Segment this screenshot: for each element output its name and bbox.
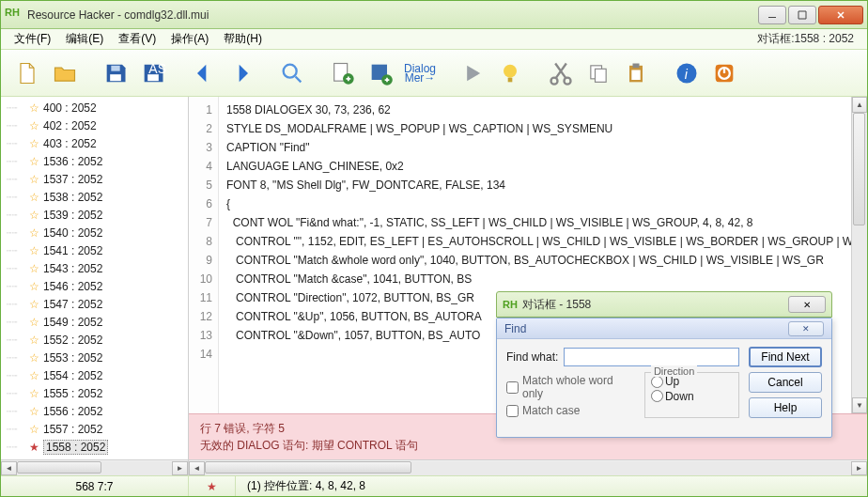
tree-item[interactable]: ┈┈☆1539 : 2052	[1, 206, 188, 224]
find-next-button[interactable]: Find Next	[749, 347, 822, 367]
svg-point-11	[551, 77, 558, 84]
tree-item[interactable]: ┈┈★1558 : 2052	[1, 438, 188, 456]
tree-item[interactable]: ┈┈☆1543 : 2052	[1, 259, 188, 277]
star-icon: ☆	[29, 387, 39, 400]
power-icon[interactable]	[707, 56, 741, 90]
match-whole-word-checkbox[interactable]: Match whole word only	[506, 374, 631, 400]
tree-item-label: 402 : 2052	[43, 119, 97, 132]
svg-rect-16	[633, 63, 640, 68]
tree-item-label: 1543 : 2052	[43, 262, 102, 275]
star-icon: ☆	[29, 405, 39, 418]
tree-item[interactable]: ┈┈☆1537 : 2052	[1, 170, 188, 188]
star-icon: ☆	[29, 137, 39, 150]
save-icon[interactable]	[99, 56, 132, 90]
menu-view[interactable]: 查看(V)	[111, 29, 163, 49]
tree-item[interactable]: ┈┈☆1556 : 2052	[1, 402, 188, 420]
cut-icon[interactable]	[544, 56, 578, 90]
add-binary-icon[interactable]	[364, 56, 397, 90]
find-what-input[interactable]	[564, 348, 739, 366]
tree-item-label: 403 : 2052	[43, 137, 97, 150]
add-script-icon[interactable]	[326, 56, 360, 90]
tree-item[interactable]: ┈┈☆1559 : 2052	[1, 456, 188, 459]
star-icon: ☆	[29, 226, 39, 240]
tree-item[interactable]: ┈┈☆1541 : 2052	[1, 241, 188, 259]
star-icon: ☆	[29, 316, 39, 329]
tree-item-label: 1553 : 2052	[43, 351, 102, 365]
tree-item[interactable]: ┈┈☆1540 : 2052	[1, 224, 188, 241]
star-icon: ☆	[29, 458, 39, 460]
paste-icon[interactable]	[619, 56, 653, 90]
info-icon[interactable]: i	[670, 56, 704, 90]
tree-item-label: 1556 : 2052	[43, 405, 102, 418]
tree-item[interactable]: ┈┈☆1557 : 2052	[1, 420, 188, 438]
direction-up-radio[interactable]: Up	[651, 375, 679, 388]
menu-action[interactable]: 操作(A)	[163, 29, 216, 49]
resource-tree[interactable]: ┈┈☆400 : 2052┈┈☆402 : 2052┈┈☆403 : 2052┈…	[1, 97, 188, 459]
find-close-icon[interactable]: ✕	[788, 321, 824, 336]
tree-item[interactable]: ┈┈☆402 : 2052	[1, 116, 188, 134]
status-cursor: 568 7:7	[1, 476, 189, 496]
tree-item-label: 1549 : 2052	[43, 316, 102, 329]
tree-item[interactable]: ┈┈☆1547 : 2052	[1, 295, 188, 313]
close-button[interactable]	[818, 6, 863, 24]
toolbar: AS DialogMer→ i	[1, 50, 867, 97]
forward-icon[interactable]	[225, 56, 258, 90]
dialog-menu-button[interactable]: DialogMer→	[401, 56, 439, 90]
search-icon[interactable]	[275, 56, 309, 90]
tree-item[interactable]: ┈┈☆1546 : 2052	[1, 277, 188, 295]
tree-item-label: 1552 : 2052	[43, 334, 102, 347]
resource-tree-pane: ┈┈☆400 : 2052┈┈☆402 : 2052┈┈☆403 : 2052┈…	[1, 97, 189, 475]
dialog-preview-titlebar[interactable]: RH 对话框 - 1558 ✕	[496, 291, 832, 318]
star-icon: ☆	[29, 262, 39, 275]
svg-rect-14	[596, 69, 607, 82]
star-icon: ☆	[29, 423, 39, 436]
tree-item-label: 1539 : 2052	[43, 209, 102, 222]
back-icon[interactable]	[187, 56, 221, 90]
tree-item[interactable]: ┈┈☆1536 : 2052	[1, 152, 188, 170]
tree-item-label: 1555 : 2052	[43, 387, 102, 400]
direction-down-radio[interactable]: Down	[651, 390, 694, 403]
find-titlebar[interactable]: Find ✕	[497, 318, 831, 339]
find-dialog: Find ✕ Find what: Find Next Cancel Help …	[496, 318, 832, 438]
tree-item-label: 1546 : 2052	[43, 280, 102, 293]
tree-item[interactable]: ┈┈☆403 : 2052	[1, 134, 188, 152]
svg-rect-1	[111, 65, 119, 70]
help-button[interactable]: Help	[749, 397, 822, 418]
lightbulb-icon[interactable]	[493, 56, 527, 90]
play-icon[interactable]	[456, 56, 489, 90]
tree-item[interactable]: ┈┈☆1554 : 2052	[1, 366, 188, 384]
editor-vscrollbar[interactable]: ▲▼	[851, 97, 867, 413]
tree-item-label: 400 : 2052	[43, 101, 97, 115]
tree-item-label: 1559 : 2052	[43, 458, 102, 460]
title-bar: RH Resource Hacker - comdlg32.dll.mui	[1, 1, 867, 29]
tree-item[interactable]: ┈┈☆1555 : 2052	[1, 384, 188, 402]
match-case-checkbox[interactable]: Match case	[506, 404, 631, 417]
menu-help[interactable]: 帮助(H)	[216, 29, 270, 49]
tree-item[interactable]: ┈┈☆1552 : 2052	[1, 331, 188, 349]
new-file-icon[interactable]	[10, 56, 44, 90]
tree-item[interactable]: ┈┈☆1538 : 2052	[1, 188, 188, 206]
star-icon: ☆	[29, 101, 39, 115]
star-icon: ☆	[29, 209, 39, 222]
dialog-preview-close-icon[interactable]: ✕	[788, 296, 826, 313]
minimize-button[interactable]	[758, 6, 786, 24]
save-as-icon[interactable]: AS	[136, 56, 170, 90]
window-title: Resource Hacker - comdlg32.dll.mui	[27, 8, 756, 22]
copy-icon[interactable]	[581, 56, 615, 90]
app-logo-icon: RH	[503, 299, 518, 310]
svg-rect-17	[631, 70, 640, 80]
menu-file[interactable]: 文件(F)	[7, 29, 58, 49]
tree-item[interactable]: ┈┈☆1553 : 2052	[1, 349, 188, 366]
tree-item[interactable]: ┈┈☆1549 : 2052	[1, 313, 188, 331]
resource-id-info: 对话框:1558 : 2052	[750, 31, 861, 47]
editor-hscrollbar[interactable]: ◄►	[189, 459, 867, 475]
tree-hscrollbar[interactable]: ◄►	[1, 459, 188, 475]
menu-edit[interactable]: 编辑(E)	[58, 29, 111, 49]
star-icon: ☆	[29, 369, 39, 382]
tree-item[interactable]: ┈┈☆400 : 2052	[1, 99, 188, 116]
svg-point-4	[284, 64, 297, 77]
maximize-button[interactable]	[788, 6, 816, 24]
cancel-button[interactable]: Cancel	[749, 372, 822, 393]
tree-item-label: 1541 : 2052	[43, 244, 102, 257]
open-folder-icon[interactable]	[48, 56, 82, 90]
